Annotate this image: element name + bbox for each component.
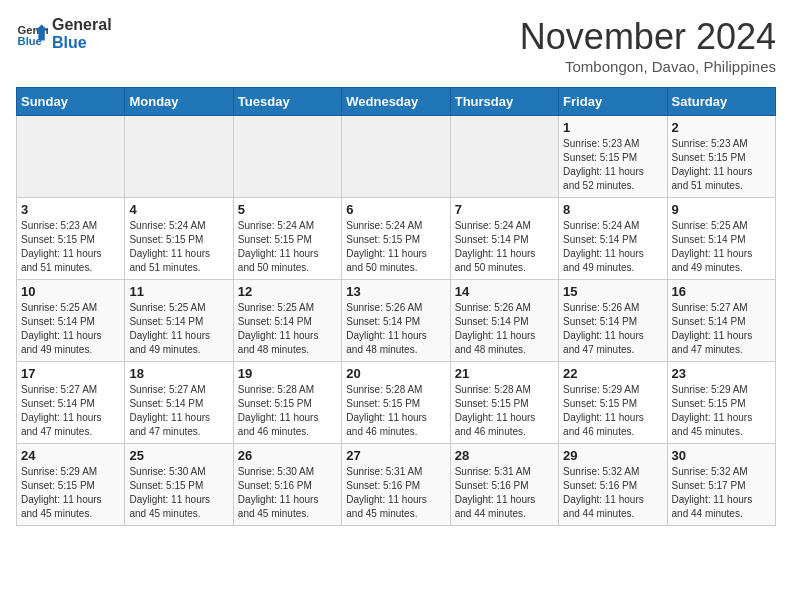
calendar-week-row: 3Sunrise: 5:23 AM Sunset: 5:15 PM Daylig… [17,198,776,280]
day-number: 21 [455,366,554,381]
calendar-cell: 12Sunrise: 5:25 AM Sunset: 5:14 PM Dayli… [233,280,341,362]
day-number: 1 [563,120,662,135]
day-number: 30 [672,448,771,463]
day-info: Sunrise: 5:23 AM Sunset: 5:15 PM Dayligh… [563,137,662,193]
calendar-cell: 3Sunrise: 5:23 AM Sunset: 5:15 PM Daylig… [17,198,125,280]
logo-icon: General Blue [16,18,48,50]
day-number: 23 [672,366,771,381]
logo-text-blue: Blue [52,34,112,52]
calendar-cell: 2Sunrise: 5:23 AM Sunset: 5:15 PM Daylig… [667,116,775,198]
day-number: 18 [129,366,228,381]
day-number: 2 [672,120,771,135]
day-info: Sunrise: 5:24 AM Sunset: 5:15 PM Dayligh… [238,219,337,275]
day-number: 20 [346,366,445,381]
day-number: 14 [455,284,554,299]
calendar-table: SundayMondayTuesdayWednesdayThursdayFrid… [16,87,776,526]
svg-text:Blue: Blue [18,35,42,47]
day-number: 25 [129,448,228,463]
calendar-cell: 18Sunrise: 5:27 AM Sunset: 5:14 PM Dayli… [125,362,233,444]
calendar-cell [125,116,233,198]
calendar-cell: 4Sunrise: 5:24 AM Sunset: 5:15 PM Daylig… [125,198,233,280]
day-info: Sunrise: 5:24 AM Sunset: 5:15 PM Dayligh… [129,219,228,275]
day-info: Sunrise: 5:25 AM Sunset: 5:14 PM Dayligh… [129,301,228,357]
day-number: 17 [21,366,120,381]
calendar-cell: 17Sunrise: 5:27 AM Sunset: 5:14 PM Dayli… [17,362,125,444]
logo-text-general: General [52,16,112,34]
day-number: 27 [346,448,445,463]
day-info: Sunrise: 5:24 AM Sunset: 5:14 PM Dayligh… [563,219,662,275]
calendar-week-row: 10Sunrise: 5:25 AM Sunset: 5:14 PM Dayli… [17,280,776,362]
day-info: Sunrise: 5:23 AM Sunset: 5:15 PM Dayligh… [672,137,771,193]
calendar-cell [233,116,341,198]
day-number: 13 [346,284,445,299]
calendar-cell: 5Sunrise: 5:24 AM Sunset: 5:15 PM Daylig… [233,198,341,280]
day-info: Sunrise: 5:25 AM Sunset: 5:14 PM Dayligh… [672,219,771,275]
calendar-cell: 24Sunrise: 5:29 AM Sunset: 5:15 PM Dayli… [17,444,125,526]
calendar-cell [342,116,450,198]
day-info: Sunrise: 5:32 AM Sunset: 5:16 PM Dayligh… [563,465,662,521]
day-info: Sunrise: 5:27 AM Sunset: 5:14 PM Dayligh… [672,301,771,357]
weekday-header-friday: Friday [559,88,667,116]
day-info: Sunrise: 5:29 AM Sunset: 5:15 PM Dayligh… [21,465,120,521]
day-info: Sunrise: 5:26 AM Sunset: 5:14 PM Dayligh… [563,301,662,357]
day-number: 5 [238,202,337,217]
calendar-cell [17,116,125,198]
calendar-cell: 20Sunrise: 5:28 AM Sunset: 5:15 PM Dayli… [342,362,450,444]
calendar-cell: 13Sunrise: 5:26 AM Sunset: 5:14 PM Dayli… [342,280,450,362]
day-info: Sunrise: 5:29 AM Sunset: 5:15 PM Dayligh… [563,383,662,439]
page-header: General Blue General Blue November 2024 … [16,16,776,75]
weekday-header-wednesday: Wednesday [342,88,450,116]
day-info: Sunrise: 5:27 AM Sunset: 5:14 PM Dayligh… [21,383,120,439]
day-number: 3 [21,202,120,217]
calendar-cell: 8Sunrise: 5:24 AM Sunset: 5:14 PM Daylig… [559,198,667,280]
day-number: 26 [238,448,337,463]
day-number: 4 [129,202,228,217]
day-number: 15 [563,284,662,299]
day-number: 19 [238,366,337,381]
day-info: Sunrise: 5:23 AM Sunset: 5:15 PM Dayligh… [21,219,120,275]
day-number: 28 [455,448,554,463]
calendar-cell: 7Sunrise: 5:24 AM Sunset: 5:14 PM Daylig… [450,198,558,280]
weekday-header-monday: Monday [125,88,233,116]
day-info: Sunrise: 5:26 AM Sunset: 5:14 PM Dayligh… [455,301,554,357]
day-number: 16 [672,284,771,299]
calendar-week-row: 24Sunrise: 5:29 AM Sunset: 5:15 PM Dayli… [17,444,776,526]
day-number: 24 [21,448,120,463]
calendar-cell: 23Sunrise: 5:29 AM Sunset: 5:15 PM Dayli… [667,362,775,444]
day-number: 11 [129,284,228,299]
calendar-cell: 15Sunrise: 5:26 AM Sunset: 5:14 PM Dayli… [559,280,667,362]
day-info: Sunrise: 5:28 AM Sunset: 5:15 PM Dayligh… [455,383,554,439]
calendar-cell: 22Sunrise: 5:29 AM Sunset: 5:15 PM Dayli… [559,362,667,444]
day-info: Sunrise: 5:28 AM Sunset: 5:15 PM Dayligh… [346,383,445,439]
day-number: 22 [563,366,662,381]
calendar-header-row: SundayMondayTuesdayWednesdayThursdayFrid… [17,88,776,116]
calendar-cell: 28Sunrise: 5:31 AM Sunset: 5:16 PM Dayli… [450,444,558,526]
day-number: 7 [455,202,554,217]
calendar-week-row: 17Sunrise: 5:27 AM Sunset: 5:14 PM Dayli… [17,362,776,444]
day-info: Sunrise: 5:25 AM Sunset: 5:14 PM Dayligh… [238,301,337,357]
calendar-cell: 16Sunrise: 5:27 AM Sunset: 5:14 PM Dayli… [667,280,775,362]
day-info: Sunrise: 5:24 AM Sunset: 5:14 PM Dayligh… [455,219,554,275]
calendar-cell: 6Sunrise: 5:24 AM Sunset: 5:15 PM Daylig… [342,198,450,280]
logo: General Blue General Blue [16,16,112,51]
day-info: Sunrise: 5:30 AM Sunset: 5:16 PM Dayligh… [238,465,337,521]
day-info: Sunrise: 5:30 AM Sunset: 5:15 PM Dayligh… [129,465,228,521]
calendar-cell: 11Sunrise: 5:25 AM Sunset: 5:14 PM Dayli… [125,280,233,362]
weekday-header-sunday: Sunday [17,88,125,116]
calendar-cell: 14Sunrise: 5:26 AM Sunset: 5:14 PM Dayli… [450,280,558,362]
calendar-cell [450,116,558,198]
calendar-week-row: 1Sunrise: 5:23 AM Sunset: 5:15 PM Daylig… [17,116,776,198]
day-number: 9 [672,202,771,217]
calendar-cell: 10Sunrise: 5:25 AM Sunset: 5:14 PM Dayli… [17,280,125,362]
calendar-cell: 29Sunrise: 5:32 AM Sunset: 5:16 PM Dayli… [559,444,667,526]
day-info: Sunrise: 5:31 AM Sunset: 5:16 PM Dayligh… [455,465,554,521]
calendar-cell: 9Sunrise: 5:25 AM Sunset: 5:14 PM Daylig… [667,198,775,280]
title-block: November 2024 Tombongon, Davao, Philippi… [520,16,776,75]
day-number: 29 [563,448,662,463]
day-number: 12 [238,284,337,299]
location-subtitle: Tombongon, Davao, Philippines [520,58,776,75]
weekday-header-thursday: Thursday [450,88,558,116]
calendar-cell: 21Sunrise: 5:28 AM Sunset: 5:15 PM Dayli… [450,362,558,444]
day-info: Sunrise: 5:31 AM Sunset: 5:16 PM Dayligh… [346,465,445,521]
day-info: Sunrise: 5:26 AM Sunset: 5:14 PM Dayligh… [346,301,445,357]
